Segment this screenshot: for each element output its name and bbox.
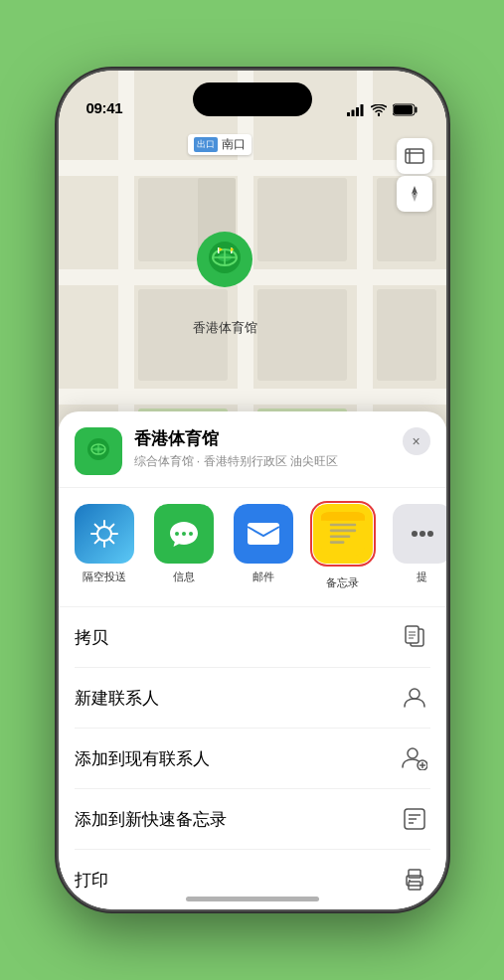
svg-rect-0 xyxy=(347,112,350,116)
location-header: 香港体育馆 综合体育馆 · 香港特别行政区 油尖旺区 × xyxy=(59,411,446,488)
stadium-pin-icon xyxy=(193,230,256,304)
map-layer-button[interactable] xyxy=(397,138,432,174)
battery-icon xyxy=(393,103,419,116)
signal-icon xyxy=(347,104,365,116)
mail-svg xyxy=(246,519,281,549)
stadium-label: 香港体育馆 xyxy=(193,319,257,337)
svg-rect-52 xyxy=(321,516,365,520)
share-row: 隔空投送 信息 xyxy=(59,488,446,607)
svg-point-43 xyxy=(182,532,186,536)
phone-frame: 09:41 xyxy=(59,71,446,909)
more-dots-icon xyxy=(411,530,434,538)
venue-icon xyxy=(84,436,113,466)
airdrop-svg xyxy=(87,517,121,551)
location-label: 出口 南口 xyxy=(188,134,252,155)
phone-screen: 09:41 xyxy=(59,71,446,909)
mail-icon xyxy=(234,504,293,564)
notes-label: 备忘录 xyxy=(326,575,359,590)
home-indicator xyxy=(186,897,319,901)
compass-icon xyxy=(405,184,424,204)
svg-point-42 xyxy=(175,532,179,536)
svg-rect-71 xyxy=(409,870,420,878)
location-info: 香港体育馆 综合体育馆 · 香港特别行政区 油尖旺区 xyxy=(134,427,391,470)
print-svg xyxy=(402,868,427,892)
svg-point-54 xyxy=(420,531,425,537)
bottom-sheet: 香港体育馆 综合体育馆 · 香港特别行政区 油尖旺区 × xyxy=(59,411,446,909)
svg-point-62 xyxy=(408,748,418,758)
more-label: 提 xyxy=(417,570,427,584)
svg-point-73 xyxy=(409,880,411,882)
svg-point-44 xyxy=(189,532,193,536)
svg-rect-49 xyxy=(329,535,350,538)
share-mail[interactable]: 邮件 xyxy=(226,504,301,590)
new-contact-icon xyxy=(399,682,430,714)
svg-point-61 xyxy=(410,689,420,699)
print-icon xyxy=(399,864,430,896)
location-label-text: 南口 xyxy=(222,136,246,153)
svg-rect-48 xyxy=(329,530,355,533)
location-thumbnail xyxy=(75,427,122,475)
svg-rect-32 xyxy=(218,247,220,253)
new-contact-label: 新建联系人 xyxy=(75,687,159,710)
airdrop-icon xyxy=(75,504,134,564)
svg-point-53 xyxy=(412,531,418,537)
notes-add-svg xyxy=(403,807,426,831)
notes-add-icon xyxy=(399,803,430,835)
svg-rect-1 xyxy=(351,109,354,116)
messages-icon xyxy=(154,504,214,564)
add-notes-label: 添加到新快速备忘录 xyxy=(75,808,227,831)
location-description: 综合体育馆 · 香港特别行政区 油尖旺区 xyxy=(134,453,391,470)
notes-icon xyxy=(313,504,373,564)
svg-rect-50 xyxy=(329,541,344,544)
more-icon xyxy=(393,504,446,564)
map-controls[interactable] xyxy=(397,138,432,212)
share-notes[interactable]: 备忘录 xyxy=(305,504,381,590)
messages-label: 信息 xyxy=(173,570,195,584)
add-existing-label: 添加到现有联系人 xyxy=(75,747,210,770)
share-messages[interactable]: 信息 xyxy=(146,504,222,590)
svg-rect-22 xyxy=(406,149,423,163)
mail-label: 邮件 xyxy=(252,570,274,584)
location-button[interactable] xyxy=(397,176,432,212)
notes-svg xyxy=(321,512,365,556)
share-airdrop[interactable]: 隔空投送 xyxy=(67,504,142,590)
action-add-notes[interactable]: 添加到新快速备忘录 xyxy=(75,789,430,850)
action-list: 拷贝 新建联系人 xyxy=(59,607,446,909)
close-icon: × xyxy=(412,433,420,449)
stadium-marker: 香港体育馆 xyxy=(193,230,257,337)
status-icons xyxy=(347,103,419,116)
svg-point-55 xyxy=(427,531,433,537)
messages-svg xyxy=(166,516,202,552)
wifi-icon xyxy=(371,104,387,116)
add-contact-icon xyxy=(399,742,430,774)
map-layer-icon xyxy=(404,145,425,167)
dynamic-island xyxy=(193,82,312,116)
action-add-existing[interactable]: 添加到现有联系人 xyxy=(75,729,430,789)
copy-label: 拷贝 xyxy=(75,626,108,649)
action-copy[interactable]: 拷贝 xyxy=(75,607,430,668)
copy-icon xyxy=(399,621,430,653)
exit-icon: 出口 xyxy=(194,137,218,152)
svg-rect-18 xyxy=(377,289,436,381)
status-time: 09:41 xyxy=(86,99,123,116)
svg-rect-5 xyxy=(394,105,413,114)
svg-rect-3 xyxy=(360,104,363,116)
svg-rect-2 xyxy=(356,107,359,116)
location-name: 香港体育馆 xyxy=(134,427,391,450)
svg-rect-47 xyxy=(329,524,355,527)
copy-svg xyxy=(404,625,425,649)
svg-rect-16 xyxy=(257,289,347,381)
print-label: 打印 xyxy=(75,869,108,892)
person-add-svg xyxy=(402,746,427,770)
svg-rect-45 xyxy=(248,523,279,545)
person-svg xyxy=(403,686,426,710)
share-more[interactable]: 提 xyxy=(385,504,446,590)
action-new-contact[interactable]: 新建联系人 xyxy=(75,668,430,729)
airdrop-label: 隔空投送 xyxy=(83,570,126,584)
svg-rect-15 xyxy=(257,178,347,261)
close-button[interactable]: × xyxy=(403,427,430,455)
